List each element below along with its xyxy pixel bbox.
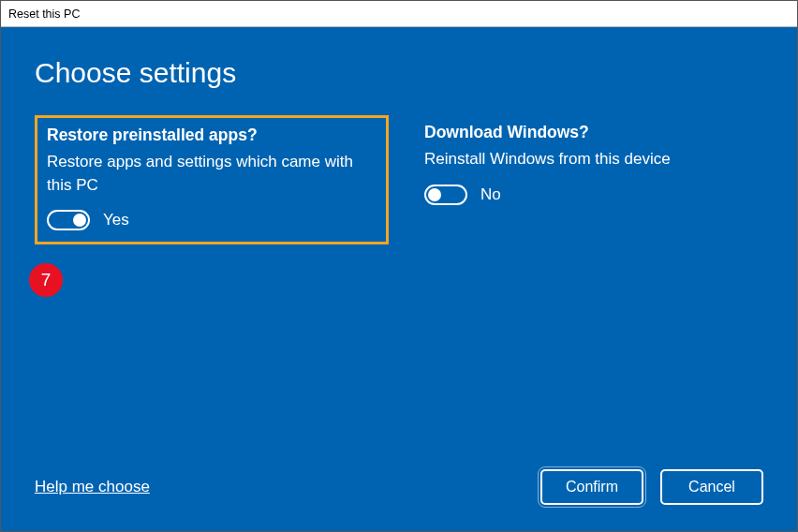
- toggle-knob-icon: [428, 188, 441, 201]
- download-toggle-label: No: [480, 185, 501, 204]
- option-download-desc: Reinstall Windows from this device: [424, 148, 754, 171]
- option-restore-preinstalled: Restore preinstalled apps? Restore apps …: [35, 115, 389, 244]
- reset-pc-window: Reset this PC Choose settings Restore pr…: [0, 0, 798, 532]
- footer: Help me choose Confirm Cancel: [35, 469, 763, 505]
- option-download-windows: Download Windows? Reinstall Windows from…: [415, 115, 763, 244]
- restore-toggle[interactable]: [47, 210, 90, 230]
- help-me-choose-link[interactable]: Help me choose: [35, 478, 150, 496]
- confirm-button[interactable]: Confirm: [540, 469, 643, 505]
- window-title: Reset this PC: [8, 7, 80, 21]
- annotation-step-badge: 7: [29, 263, 63, 297]
- toggle-knob-icon: [73, 214, 86, 227]
- cancel-button[interactable]: Cancel: [660, 469, 763, 505]
- option-restore-desc: Restore apps and settings which came wit…: [47, 151, 377, 197]
- option-download-title: Download Windows?: [424, 123, 754, 142]
- page-title: Choose settings: [35, 57, 763, 89]
- option-restore-title: Restore preinstalled apps?: [47, 126, 377, 145]
- annotation-step-number: 7: [41, 270, 52, 290]
- content-area: Choose settings Restore preinstalled app…: [1, 27, 797, 531]
- option-restore-toggle-row: Yes: [47, 210, 377, 230]
- options-row: Restore preinstalled apps? Restore apps …: [35, 115, 763, 244]
- button-row: Confirm Cancel: [540, 469, 763, 505]
- option-download-toggle-row: No: [424, 185, 754, 205]
- restore-toggle-label: Yes: [103, 211, 129, 229]
- window-titlebar: Reset this PC: [1, 1, 797, 27]
- download-toggle[interactable]: [424, 185, 467, 205]
